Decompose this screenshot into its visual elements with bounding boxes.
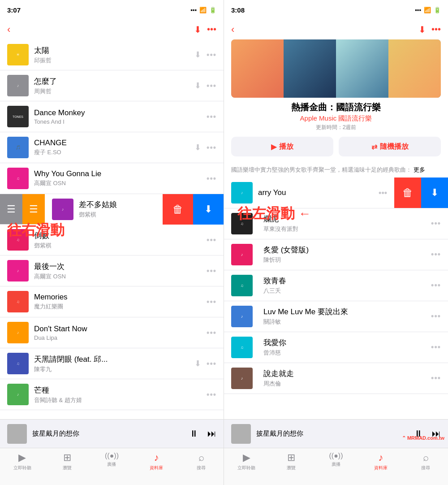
tab-bar-right: ▶ 立即聆聽 ⊞ 瀏覽 ((●)) 廣播 ♪ 資料庫 ⌕ 搜尋	[224, 448, 448, 485]
song-item-4[interactable]: 🎵 CHANGE 瘦子 E.SO ⬇ •••	[0, 132, 224, 163]
tab-library-label-right: 資料庫	[374, 465, 388, 471]
playlist-desc: 國語樂壇中實力堅強的男女歌手齊聚一堂，精選滋味十足的經典歌曲： 更多	[224, 162, 448, 174]
song-title-2: 怎麼了	[34, 76, 194, 87]
song-more-9[interactable]: •••	[207, 328, 216, 338]
play-button[interactable]: ▶ 播放	[231, 137, 333, 156]
pause-button-left[interactable]: ⏸	[190, 429, 198, 439]
tab-listen-left[interactable]: ▶ 立即聆聽	[0, 452, 45, 471]
song-item-10[interactable]: ♫ 天黑請閉眼 (feat. 邱... 陳零九 ⬇ •••	[0, 348, 224, 379]
song-item-9[interactable]: ♪ Don't Start Now Dua Lipa •••	[0, 317, 224, 348]
status-bar-left: 3:07 ▪▪▪ 📶 🔋	[0, 0, 224, 20]
song-download-2[interactable]: ⬇	[194, 81, 201, 91]
right-song-more-2[interactable]: •••	[431, 250, 441, 259]
nav-bar-right: ‹ ⬇ •••	[224, 20, 448, 39]
next-button-left[interactable]: ⏭	[207, 429, 216, 439]
tab-listen-right[interactable]: ▶ 立即聆聽	[224, 452, 269, 471]
song-artist-8: 魔力紅樂團	[34, 303, 207, 311]
tab-browse-label-right: 瀏覽	[287, 465, 296, 471]
song-more-10[interactable]: •••	[207, 359, 216, 368]
song-item-11[interactable]: ♪ 芒種 音闕詩聽 & 趙方婧 •••	[0, 379, 224, 410]
song-more-4[interactable]: •••	[207, 143, 216, 152]
tab-browse-left[interactable]: ⊞ 瀏覽	[45, 452, 90, 471]
status-icons-right: ▪▪▪ 📶 🔋	[415, 7, 441, 13]
right-song-item-5[interactable]: ♫ 我愛你 曾沛慈 •••	[224, 332, 448, 363]
shuffle-button[interactable]: ⇄ 隨機播放	[339, 137, 441, 156]
song-more-6[interactable]: •••	[207, 235, 216, 245]
tab-search-right[interactable]: ⌕ 搜尋	[403, 452, 448, 471]
right-song-more-1[interactable]: •••	[431, 219, 441, 228]
right-song-item-1[interactable]: ♫ 爛泥 草東沒有派對 •••	[224, 208, 448, 239]
song-more-3[interactable]: •••	[207, 112, 216, 121]
song-item-2[interactable]: ♪ 怎麼了 周興哲 ⬇ •••	[0, 70, 224, 101]
list-button[interactable]: ☰	[22, 194, 45, 224]
song-download-4[interactable]: ⬇	[194, 143, 201, 152]
right-song-more-3[interactable]: •••	[431, 281, 441, 290]
song-artist-4: 瘦子 E.SO	[34, 148, 194, 156]
song-item-6[interactable]: ♫ 倒數 鄧紫棋 •••	[0, 225, 224, 255]
tab-search-label-right: 搜尋	[421, 465, 430, 471]
right-song-item-6[interactable]: ♪ 說走就走 周杰倫 •••	[224, 363, 448, 394]
tab-listen-icon-right: ▶	[243, 452, 250, 463]
song-more-5[interactable]: •••	[207, 174, 216, 183]
playlist-more[interactable]: 更多	[414, 166, 425, 173]
tab-library-icon-left: ♪	[154, 452, 159, 463]
song-more-7[interactable]: •••	[207, 266, 216, 276]
song-item-5[interactable]: ♫ Why You Gonna Lie 高爾宣 OSN •••	[0, 163, 224, 194]
song-artist-11: 音闕詩聽 & 趙方婧	[34, 396, 207, 404]
song-list-left: ☀ 太陽 邱振哲 ⬇ ••• ♪ 怎麼了 周興哲 ⬇ ••• TONES	[0, 39, 224, 419]
song-thumb-10: ♫	[7, 353, 29, 374]
tab-search-left[interactable]: ⌕ 搜尋	[179, 452, 224, 471]
song-download-1[interactable]: ⬇	[194, 50, 201, 60]
swipe-row-left: ☰ ☰ ♪ 差不多姑娘 鄧紫棋 🗑 ⬇	[0, 194, 224, 225]
right-song-more-5[interactable]: •••	[431, 342, 441, 352]
more-button-left[interactable]: •••	[207, 24, 216, 35]
song-more-8[interactable]: •••	[207, 297, 216, 307]
song-more-11[interactable]: •••	[207, 390, 216, 399]
back-button-right[interactable]: ‹	[231, 24, 234, 35]
swipe-download-button[interactable]: ⬇	[193, 194, 224, 225]
back-button-left[interactable]: ‹	[7, 24, 10, 35]
song-item-3[interactable]: TONES Dance Monkey Tones And I •••	[0, 101, 224, 132]
tab-listen-label-right: 立即聆聽	[237, 465, 255, 471]
song-more-1[interactable]: •••	[207, 50, 216, 60]
right-song-title-2: 炙愛 (女聲版)	[263, 245, 431, 255]
more-button-right[interactable]: •••	[431, 24, 441, 35]
swipe-partial-more[interactable]: •••	[379, 188, 387, 198]
song-item-7[interactable]: ♪ 最後一次 高爾宣 OSN •••	[0, 255, 224, 286]
delete-button[interactable]: 🗑	[163, 194, 193, 225]
delete-button-right[interactable]: 🗑	[394, 178, 421, 208]
song-item-1[interactable]: ☀ 太陽 邱振哲 ⬇ •••	[0, 39, 224, 70]
song-download-10[interactable]: ⬇	[194, 359, 201, 368]
art-seg-1	[231, 39, 284, 98]
art-seg-4	[388, 39, 441, 98]
right-thumb-3: ♫	[231, 275, 253, 296]
song-title-11: 芒種	[34, 385, 207, 395]
shuffle-icon: ⇄	[371, 143, 377, 151]
download-button-right[interactable]: ⬇	[418, 24, 426, 35]
right-song-item-4[interactable]: ♪ Luv Me Luv Me 要說出來 關詩敏 •••	[224, 301, 448, 332]
song-more-2[interactable]: •••	[207, 81, 216, 91]
song-item-8[interactable]: ♫ Memories 魔力紅樂團 •••	[0, 286, 224, 317]
right-song-more-6[interactable]: •••	[431, 373, 441, 383]
right-song-item-3[interactable]: ♫ 致青春 八三夭 •••	[224, 270, 448, 301]
right-song-more-4[interactable]: •••	[431, 312, 441, 321]
download-button-swipe-right[interactable]: ⬇	[421, 178, 448, 208]
signal-icon-right: ▪▪▪	[415, 7, 421, 13]
right-song-item-2[interactable]: ♪ 炙愛 (女聲版) 陳忻玥 •••	[224, 239, 448, 270]
tab-library-left[interactable]: ♪ 資料庫	[134, 452, 179, 471]
now-playing-title-left: 披星戴月的想你	[32, 429, 184, 438]
tab-browse-right[interactable]: ⊞ 瀏覽	[269, 452, 314, 471]
reorder-button[interactable]: ☰	[0, 194, 22, 224]
tab-library-right[interactable]: ♪ 資料庫	[358, 452, 403, 471]
wifi-icon-left: 📶	[199, 7, 207, 13]
swipe-right-partial: 🗑 ⬇	[394, 178, 448, 208]
swipe-partial-content: ♪ arry You •••	[224, 178, 394, 208]
tab-library-label-left: 資料庫	[150, 465, 163, 471]
song-artist-3: Tones And I	[34, 118, 207, 125]
tab-radio-left[interactable]: ((●)) 廣播	[90, 452, 134, 468]
download-button-left[interactable]: ⬇	[194, 24, 202, 35]
tab-radio-right[interactable]: ((●)) 廣播	[314, 452, 358, 468]
song-info-2: 怎麼了 周興哲	[34, 76, 194, 95]
song-title-3: Dance Monkey	[34, 108, 207, 117]
tab-radio-icon-left: ((●))	[105, 452, 119, 460]
